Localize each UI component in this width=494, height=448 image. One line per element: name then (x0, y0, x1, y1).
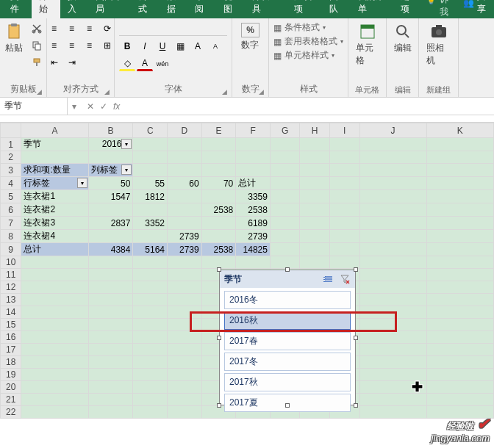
cell-C6[interactable] (133, 203, 168, 217)
cell-I5[interactable] (329, 190, 359, 203)
row-header-16[interactable]: 16 (1, 331, 21, 344)
cell-A22[interactable] (21, 406, 88, 419)
row-header-11[interactable]: 11 (1, 269, 21, 281)
cell-C16[interactable] (133, 331, 168, 344)
cell-K7[interactable] (426, 217, 493, 230)
cell-I10[interactable] (329, 256, 359, 269)
align-right-button[interactable]: ≡ (82, 38, 98, 53)
select-all[interactable] (1, 123, 21, 138)
cell-A5[interactable]: 连衣裙1 (21, 190, 88, 203)
cell-E10[interactable] (201, 256, 236, 269)
cell-G8[interactable] (270, 230, 300, 243)
cell-B7[interactable]: 2837 (88, 217, 133, 230)
cell-J16[interactable] (359, 331, 426, 344)
cell-F5[interactable]: 3359 (236, 190, 271, 203)
cell-G6[interactable] (270, 203, 300, 217)
cell-B10[interactable] (88, 256, 133, 269)
cell-C9[interactable]: 5164 (133, 243, 168, 256)
col-header-A[interactable]: A (21, 123, 88, 138)
cut-button[interactable] (29, 21, 45, 36)
share-button[interactable]: 👥共享 (457, 0, 494, 18)
tab-9[interactable]: 加载项 (287, 0, 322, 18)
cell-C7[interactable]: 3352 (133, 217, 168, 230)
cell-J22[interactable] (359, 406, 426, 419)
cell-B22[interactable] (88, 406, 133, 419)
cell-C21[interactable] (133, 394, 168, 406)
phonetic-button[interactable]: wén (154, 57, 171, 71)
cell-J8[interactable] (359, 230, 426, 243)
fill-color-button[interactable]: ◇ (119, 57, 135, 71)
col-header-I[interactable]: I (329, 123, 359, 138)
orientation-button[interactable]: ⟳ (99, 21, 115, 36)
cell-J12[interactable] (359, 281, 426, 294)
cell-F1[interactable] (236, 138, 271, 151)
cell-G1[interactable] (270, 138, 300, 151)
col-header-H[interactable]: H (300, 123, 330, 138)
cell-A6[interactable]: 连衣裙2 (21, 203, 88, 217)
cell-K6[interactable] (426, 203, 493, 217)
cell-C5[interactable]: 1812 (133, 190, 168, 203)
cell-E9[interactable]: 2538 (201, 243, 236, 256)
cell-H3[interactable] (300, 164, 330, 177)
cell-K11[interactable] (426, 269, 493, 281)
tab-6[interactable]: 审阅 (187, 0, 216, 18)
tab-11[interactable]: 我的菜单 (351, 0, 393, 18)
cell-C17[interactable] (133, 344, 168, 356)
cell-J14[interactable] (359, 306, 426, 319)
cell-C8[interactable] (133, 230, 168, 243)
cell-E8[interactable] (201, 230, 236, 243)
cell-K3[interactable] (426, 164, 493, 177)
editing-button[interactable]: 编辑 (391, 21, 415, 56)
font-grow-button[interactable]: A (190, 39, 206, 54)
filter-icon[interactable]: ▾ (121, 165, 132, 175)
formula-input[interactable] (126, 104, 494, 109)
row-header-5[interactable]: 5 (1, 190, 21, 203)
cell-F3[interactable] (236, 164, 271, 177)
enter-formula-button[interactable]: ✓ (100, 101, 107, 112)
cell-K19[interactable] (426, 369, 493, 381)
row-header-14[interactable]: 14 (1, 306, 21, 319)
underline-button[interactable]: U (154, 39, 171, 54)
cell-styles-button[interactable]: ▦单元格样式 ▾ (273, 49, 343, 62)
col-header-F[interactable]: F (236, 123, 271, 138)
cell-A17[interactable] (21, 344, 88, 356)
col-header-J[interactable]: J (359, 123, 426, 138)
cell-J2[interactable] (359, 151, 426, 164)
slicer-item-1[interactable]: 2016秋 (224, 311, 351, 330)
cell-D6[interactable] (168, 203, 202, 217)
conditional-format-button[interactable]: ▦条件格式 ▾ (273, 21, 343, 34)
col-header-G[interactable]: G (270, 123, 300, 138)
italic-button[interactable]: I (137, 39, 153, 54)
cell-H7[interactable] (300, 217, 330, 230)
cell-G9[interactable] (270, 243, 300, 256)
cell-K1[interactable] (426, 138, 493, 151)
cell-E2[interactable] (201, 151, 236, 164)
launcher-icon[interactable]: ◢ (259, 88, 264, 95)
cell-C19[interactable] (133, 369, 168, 381)
cell-E7[interactable] (201, 217, 236, 230)
cell-B18[interactable] (88, 356, 133, 369)
cell-A8[interactable]: 连衣裙4 (21, 230, 88, 243)
cell-J10[interactable] (359, 256, 426, 269)
slicer-season[interactable]: 季节 2016冬2016秋2017春2017冬2017秋2017夏 (219, 270, 356, 405)
slicer-item-2[interactable]: 2017春 (224, 332, 351, 350)
cell-D3[interactable] (168, 164, 202, 177)
col-header-C[interactable]: C (133, 123, 168, 138)
cell-D5[interactable] (168, 190, 202, 203)
slicer-header[interactable]: 季节 (220, 270, 355, 288)
cell-J6[interactable] (359, 203, 426, 217)
cell-I6[interactable] (329, 203, 359, 217)
cell-E1[interactable] (201, 138, 236, 151)
cell-B17[interactable] (88, 344, 133, 356)
row-header-12[interactable]: 12 (1, 281, 21, 294)
tab-7[interactable]: 视图 (216, 0, 245, 18)
font-color-button[interactable]: A (137, 57, 153, 71)
slicer-item-0[interactable]: 2016冬 (224, 291, 351, 309)
cell-D8[interactable]: 2739 (168, 230, 202, 243)
row-header-8[interactable]: 8 (1, 230, 21, 243)
cell-A20[interactable] (21, 381, 88, 394)
tab-4[interactable]: 公式 (131, 0, 160, 18)
paste-button[interactable]: 粘贴 (2, 21, 26, 56)
row-header-22[interactable]: 22 (1, 406, 21, 419)
cell-B20[interactable] (88, 381, 133, 394)
